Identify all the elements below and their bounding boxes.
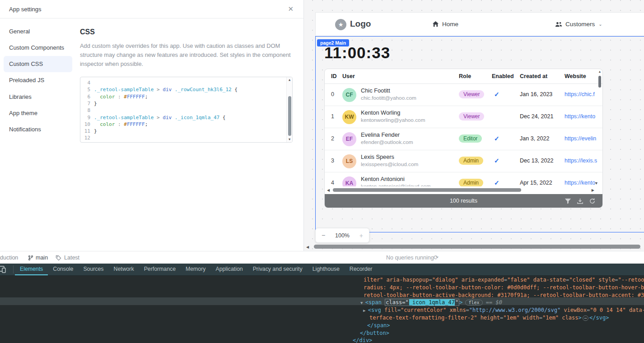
devtools-code-line[interactable]: terface-text-formatting-filter-2" height… — [369, 314, 609, 322]
download-icon[interactable] — [577, 198, 584, 205]
table-vertical-scrollbar[interactable]: ▲ — [597, 70, 602, 169]
device-toolbar-icon[interactable] — [0, 264, 12, 275]
table-row[interactable]: 3LSLexis Speerslexisspeers@icloud.comAdm… — [325, 150, 602, 172]
release-selector[interactable]: Latest — [56, 255, 79, 261]
scroll-left-icon[interactable]: ◀ — [327, 188, 330, 192]
scroll-up-icon[interactable]: ▲ — [287, 78, 292, 82]
scroll-left-icon[interactable]: ◀ — [306, 245, 309, 249]
close-icon[interactable]: ✕ — [288, 5, 294, 13]
cell-website-link[interactable]: https://chic.f — [565, 91, 597, 97]
devtools-tab-elements[interactable]: Elements — [15, 264, 48, 275]
devtools-code-line[interactable]: </div> — [353, 337, 372, 343]
selected-container-page2-main[interactable]: page2 Main 11:00:33 IDUserRoleEnabledCre… — [315, 36, 644, 232]
editor-scroll-thumb[interactable] — [288, 96, 291, 136]
table-row[interactable]: 1KWKenton Worlingkentonworling@yahoo.com… — [325, 106, 602, 128]
app-canvas: ★ Logo Home Customers ⌄ page2 Main 11:00… — [303, 0, 644, 251]
editor-line: 8 — [80, 107, 292, 114]
role-badge: Admin — [459, 157, 483, 165]
sidebar-item-custom-css[interactable]: Custom CSS — [4, 56, 72, 72]
cell-created-at: Apr 15, 2022 — [520, 180, 552, 186]
sidebar-item-preloaded-js[interactable]: Preloaded JS — [4, 72, 72, 88]
refresh-icon[interactable] — [589, 198, 596, 205]
environment-label: duction — [0, 255, 18, 261]
chevron-down-icon[interactable]: ▾ — [595, 181, 597, 185]
table-row[interactable]: 2EFEvelina Fenderefender@outlook.comEdit… — [325, 128, 602, 150]
environment-statusbar: duction main Latest No queries running ⟳ — [0, 251, 644, 264]
line-number: 6 — [80, 93, 90, 100]
devtools-tab-privacy-and-security[interactable]: Privacy and security — [248, 264, 308, 275]
devtools-code-line[interactable]: ▼ <span class="_icon_1qmla_47">flex == $… — [360, 299, 502, 306]
enabled-check-icon: ✓ — [494, 135, 499, 142]
scroll-down-icon[interactable]: ▼ — [287, 138, 292, 141]
sidebar-item-libraries[interactable]: Libraries — [4, 89, 72, 105]
canvas-hscroll-thumb[interactable] — [314, 245, 640, 249]
css-code-editor[interactable]: 45._retool-sampleTable > div ._rowCount_… — [80, 77, 293, 143]
table-horizontal-scrollbar[interactable]: ◀ ▶ — [325, 186, 602, 194]
scroll-up-icon[interactable]: ▲ — [597, 70, 602, 73]
logo-text: Logo — [350, 19, 371, 29]
column-header-role[interactable]: Role — [459, 73, 471, 79]
devtools-code-line[interactable]: </span> — [367, 322, 390, 329]
devtools-code-line[interactable]: ilter" aria-haspopup="dialog" aria-expan… — [364, 276, 644, 284]
cell-website-link[interactable]: https://kento — [565, 113, 597, 120]
devtools-tab-application[interactable]: Application — [210, 264, 247, 275]
sidebar-item-general[interactable]: General — [4, 23, 72, 40]
devtools-elements-tree[interactable]: ilter" aria-haspopup="dialog" aria-expan… — [0, 276, 644, 343]
canvas-horizontal-scrollbar[interactable]: ◀ — [304, 244, 644, 250]
column-header-id[interactable]: ID — [331, 73, 337, 79]
cell-id: 0 — [331, 91, 334, 97]
enabled-check-icon: ✓ — [494, 179, 499, 186]
table-row[interactable]: 4KAKenton Antonionikenton.antonioni@iclo… — [325, 172, 602, 186]
nav-item-customers[interactable]: Customers ⌄ — [555, 21, 602, 28]
editor-line: 11} — [80, 128, 292, 134]
column-header-user[interactable]: User — [342, 73, 355, 79]
devtools-tab-console[interactable]: Console — [48, 264, 78, 275]
modal-title: App settings — [9, 6, 42, 13]
table-vscroll-thumb[interactable] — [598, 76, 601, 88]
section-heading: CSS — [80, 28, 293, 36]
nav-item-home[interactable]: Home — [432, 21, 458, 28]
devtools-tab-sources[interactable]: Sources — [78, 264, 108, 275]
results-count: 100 results — [325, 198, 602, 204]
sidebar-item-notifications[interactable]: Notifications — [4, 121, 72, 138]
devtools-tab-memory[interactable]: Memory — [181, 264, 210, 275]
users-icon — [555, 21, 562, 28]
table-row[interactable]: 0CFChic Footittchic.footitt@yahoo.comVie… — [325, 84, 602, 106]
editor-line: 9._retool-sampleTable > div ._icon_1qmla… — [80, 114, 292, 121]
devtools-tab-network[interactable]: Network — [109, 264, 139, 275]
column-header-enabled[interactable]: Enabled — [492, 73, 514, 79]
table-body: 0CFChic Footittchic.footitt@yahoo.comVie… — [325, 84, 602, 186]
branch-selector[interactable]: main — [28, 255, 48, 261]
devtools-code-line[interactable]: retool-toolbar-button-active-background:… — [364, 292, 644, 299]
sidebar-item-custom-components[interactable]: Custom Components — [4, 40, 72, 56]
cell-website-link[interactable]: https://lexis.s — [565, 158, 597, 164]
table-hscroll-thumb[interactable] — [333, 188, 521, 192]
devtools-tab-lighthouse[interactable]: Lighthouse — [308, 264, 345, 275]
role-badge: Admin — [459, 179, 483, 186]
scroll-right-icon[interactable]: ▶ — [592, 188, 594, 192]
zoom-in-button[interactable]: + — [359, 232, 363, 239]
cell-created-at: Jan 16, 2023 — [520, 91, 552, 97]
devtools-code-line[interactable]: radius: 4px; --retool-toolbar-button-col… — [364, 284, 644, 292]
devtools-code-line[interactable]: ▶ <svg fill="currentColor" xmlns="http:/… — [363, 306, 644, 314]
editor-scrollbar[interactable]: ▲ ▼ — [286, 77, 292, 142]
refresh-queries-icon[interactable]: ⟳ — [434, 254, 439, 261]
queries-status: No queries running — [386, 255, 434, 261]
table-footer: 100 results — [325, 194, 602, 208]
users-table[interactable]: IDUserRoleEnabledCreated atWebsite 0CFCh… — [324, 69, 603, 208]
home-icon — [432, 21, 439, 28]
devtools-tab-performance[interactable]: Performance — [139, 264, 181, 275]
line-number: 9 — [80, 114, 90, 121]
cell-website-link[interactable]: https://evelin — [565, 135, 597, 142]
tag-icon — [56, 255, 61, 261]
cell-website-link[interactable]: https://kento — [565, 180, 597, 186]
cell-id: 1 — [331, 113, 334, 120]
devtools-code-line[interactable]: </button> — [360, 329, 389, 337]
cell-user-name: Chic Footitt — [361, 87, 390, 94]
filter-icon[interactable] — [565, 198, 572, 205]
sidebar-item-app-theme[interactable]: App theme — [4, 105, 72, 121]
column-header-created-at[interactable]: Created at — [520, 73, 547, 79]
settings-content: CSS Add custom style overrides for this … — [80, 28, 293, 77]
column-header-website[interactable]: Website — [565, 73, 586, 79]
devtools-tab-recorder[interactable]: Recorder — [345, 264, 378, 275]
